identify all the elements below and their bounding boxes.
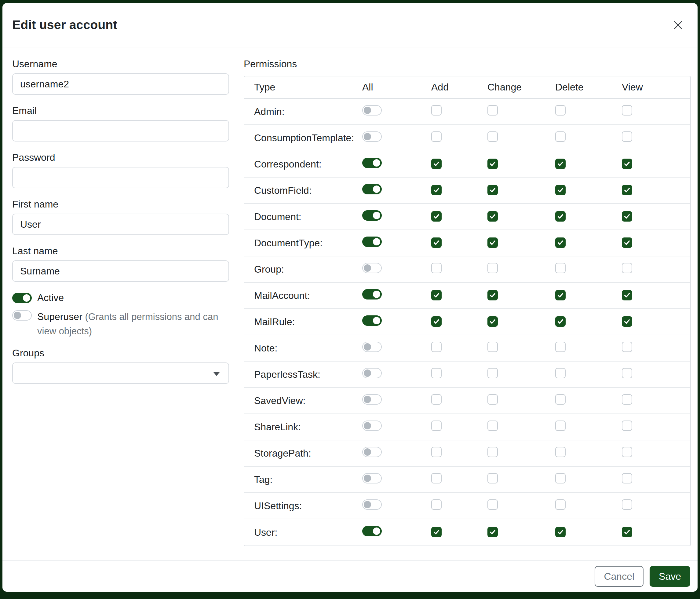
permission-add-checkbox[interactable] [431, 342, 442, 352]
permission-change-checkbox[interactable] [488, 394, 498, 405]
permission-change-checkbox[interactable] [488, 237, 498, 248]
permission-change-checkbox[interactable] [488, 368, 498, 378]
permission-view-checkbox[interactable] [622, 211, 632, 221]
permission-view-checkbox[interactable] [622, 394, 632, 405]
permission-view-checkbox[interactable] [622, 342, 632, 352]
permission-add-checkbox[interactable] [431, 447, 442, 457]
permission-view-checkbox[interactable] [622, 159, 632, 169]
permission-view-checkbox[interactable] [622, 421, 632, 431]
permission-delete-checkbox[interactable] [555, 421, 566, 431]
groups-select[interactable] [12, 362, 229, 384]
permission-add-checkbox[interactable] [431, 499, 442, 510]
permission-all-toggle[interactable] [362, 131, 382, 142]
permission-all-toggle[interactable] [362, 105, 382, 116]
permission-delete-checkbox[interactable] [555, 473, 566, 483]
permission-add-checkbox[interactable] [431, 394, 442, 405]
permission-delete-checkbox[interactable] [555, 159, 566, 169]
permission-delete-checkbox[interactable] [555, 290, 566, 301]
permission-change-checkbox[interactable] [488, 421, 498, 431]
permission-delete-checkbox[interactable] [555, 447, 566, 457]
permission-all-toggle[interactable] [362, 315, 382, 326]
permission-all-toggle[interactable] [362, 368, 382, 378]
first-name-field[interactable] [12, 214, 229, 235]
save-button[interactable]: Save [650, 566, 690, 587]
permission-add-checkbox[interactable] [431, 159, 442, 169]
permission-change-checkbox[interactable] [488, 447, 498, 457]
permission-view-checkbox[interactable] [622, 263, 632, 273]
permission-delete-checkbox[interactable] [555, 131, 566, 142]
permission-change-checkbox[interactable] [488, 316, 498, 327]
permission-change-checkbox[interactable] [488, 211, 498, 221]
permission-change-checkbox[interactable] [488, 185, 498, 195]
permission-add-checkbox[interactable] [431, 263, 442, 273]
toggle-knob [364, 396, 371, 403]
permission-type-label: ConsumptionTemplate: [254, 132, 362, 144]
permission-add-checkbox[interactable] [431, 290, 442, 301]
permission-view-checkbox[interactable] [622, 237, 632, 248]
permission-add-checkbox[interactable] [431, 211, 442, 221]
permission-change-checkbox[interactable] [488, 131, 498, 142]
permission-view-checkbox[interactable] [622, 185, 632, 195]
permission-add-checkbox[interactable] [431, 473, 442, 483]
permission-view-checkbox[interactable] [622, 473, 632, 483]
last-name-field[interactable] [12, 260, 229, 282]
close-button[interactable] [670, 17, 686, 33]
permission-view-checkbox[interactable] [622, 316, 632, 327]
permission-all-toggle[interactable] [362, 263, 382, 273]
groups-label: Groups [12, 348, 229, 359]
permission-view-checkbox[interactable] [622, 105, 632, 116]
permission-all-toggle[interactable] [362, 210, 382, 221]
permission-delete-checkbox[interactable] [555, 394, 566, 405]
permission-all-toggle[interactable] [362, 237, 382, 247]
permission-add-checkbox[interactable] [431, 316, 442, 327]
permission-all-toggle[interactable] [362, 184, 382, 194]
permission-view-checkbox[interactable] [622, 131, 632, 142]
permission-all-toggle[interactable] [362, 447, 382, 457]
permission-all-toggle[interactable] [362, 473, 382, 483]
permission-all-toggle[interactable] [362, 499, 382, 510]
permission-add-checkbox[interactable] [431, 421, 442, 431]
permission-change-checkbox[interactable] [488, 499, 498, 510]
permission-type-label: MailAccount: [254, 290, 362, 301]
permission-all-toggle[interactable] [362, 394, 382, 405]
permission-view-checkbox[interactable] [622, 527, 632, 537]
permission-change-checkbox[interactable] [488, 527, 498, 537]
permission-change-checkbox[interactable] [488, 473, 498, 483]
permission-delete-checkbox[interactable] [555, 499, 566, 510]
permission-delete-checkbox[interactable] [555, 263, 566, 273]
permission-delete-checkbox[interactable] [555, 105, 566, 116]
permission-delete-checkbox[interactable] [555, 237, 566, 248]
superuser-toggle[interactable] [12, 310, 32, 320]
permission-delete-checkbox[interactable] [555, 527, 566, 537]
permission-add-checkbox[interactable] [431, 237, 442, 248]
permission-add-checkbox[interactable] [431, 368, 442, 378]
permission-delete-checkbox[interactable] [555, 368, 566, 378]
permission-delete-checkbox[interactable] [555, 342, 566, 352]
permission-delete-checkbox[interactable] [555, 185, 566, 195]
permission-change-checkbox[interactable] [488, 105, 498, 116]
permission-all-toggle[interactable] [362, 526, 382, 536]
permission-add-checkbox[interactable] [431, 105, 442, 116]
permission-view-checkbox[interactable] [622, 290, 632, 301]
permission-change-checkbox[interactable] [488, 342, 498, 352]
permission-change-checkbox[interactable] [488, 159, 498, 169]
username-field[interactable] [12, 73, 229, 95]
email-field[interactable] [12, 120, 229, 142]
permission-all-toggle[interactable] [362, 421, 382, 431]
permission-view-checkbox[interactable] [622, 368, 632, 378]
permission-all-toggle[interactable] [362, 342, 382, 352]
permission-delete-checkbox[interactable] [555, 211, 566, 221]
cancel-button[interactable]: Cancel [595, 566, 644, 587]
permission-change-checkbox[interactable] [488, 290, 498, 301]
permission-view-checkbox[interactable] [622, 499, 632, 510]
permission-all-toggle[interactable] [362, 158, 382, 168]
permission-delete-checkbox[interactable] [555, 316, 566, 327]
permission-add-checkbox[interactable] [431, 185, 442, 195]
permission-add-checkbox[interactable] [431, 131, 442, 142]
password-field[interactable] [12, 167, 229, 188]
permission-all-toggle[interactable] [362, 289, 382, 300]
permission-add-checkbox[interactable] [431, 527, 442, 537]
permission-view-checkbox[interactable] [622, 447, 632, 457]
permission-change-checkbox[interactable] [488, 263, 498, 273]
active-toggle[interactable] [12, 293, 32, 303]
